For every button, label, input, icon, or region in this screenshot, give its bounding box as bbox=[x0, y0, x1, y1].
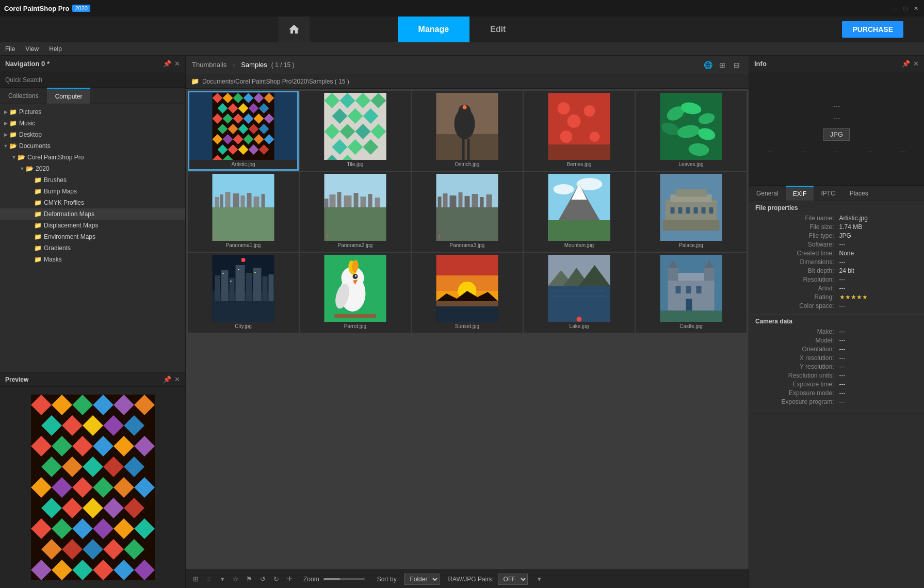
quick-search-bar[interactable]: Quick Search bbox=[0, 72, 185, 88]
thumbnail-item-panorama2[interactable]: 📍 Panorama2.jpg bbox=[300, 172, 411, 252]
navigation-panel-header: Navigation 0 * 📌 ✕ bbox=[0, 56, 185, 72]
info-row-model: Model: --- bbox=[755, 337, 918, 344]
svg-rect-137 bbox=[220, 194, 223, 207]
info-tab-iptc[interactable]: IPTC bbox=[814, 186, 842, 201]
close-button[interactable]: ✕ bbox=[912, 4, 920, 12]
tree-item-brushes[interactable]: ▶ 📁 Brushes bbox=[0, 174, 185, 186]
info-close-button[interactable]: ✕ bbox=[913, 60, 919, 68]
thumb-img-sunset bbox=[412, 255, 523, 322]
tree-item-cmyk[interactable]: ▶ 📁 CMYK Profiles bbox=[0, 197, 185, 208]
thumbnail-item-panorama1[interactable]: 📍 Panorama1.jpg bbox=[188, 172, 299, 252]
status-icon-move[interactable]: ✛ bbox=[284, 574, 295, 585]
status-icon-list[interactable]: ≡ bbox=[203, 574, 215, 585]
svg-point-120 bbox=[582, 119, 592, 129]
preview-panel-header: Preview 📌 ✕ bbox=[0, 372, 185, 387]
tree-item-corel[interactable]: ▼ 📂 Corel PaintShop Pro bbox=[0, 152, 185, 163]
preview-panel-title: Preview bbox=[5, 376, 28, 383]
folder-icon-displacementmaps: 📁 bbox=[34, 222, 42, 229]
thumb-img-mountain bbox=[524, 174, 635, 241]
zoom-slider[interactable] bbox=[323, 578, 365, 580]
info-row-dimensions: Dimensions: --- bbox=[755, 258, 918, 266]
tree-label-environmentmaps: Environment Maps bbox=[44, 233, 95, 240]
info-label-exposureprogram: Exposure program: bbox=[755, 398, 839, 405]
tree-item-music[interactable]: ▶ 📁 Music bbox=[0, 118, 185, 129]
thumbnail-item-lake[interactable]: Lake.jpg bbox=[524, 253, 635, 333]
tree-item-pictures[interactable]: ▶ 📁 Pictures bbox=[0, 106, 185, 118]
preview-close-button[interactable]: ✕ bbox=[174, 375, 180, 383]
thumbnail-item-ostrich[interactable]: Ostrich.jpg bbox=[412, 91, 523, 171]
tree-item-environmentmaps[interactable]: ▶ 📁 Environment Maps bbox=[0, 231, 185, 242]
tree-label-displacementmaps: Displacement Maps bbox=[44, 222, 98, 229]
preview-image bbox=[31, 395, 155, 580]
tree-item-gradients[interactable]: ▶ 📁 Gradients bbox=[0, 242, 185, 254]
sort-dropdown[interactable]: Folder bbox=[404, 574, 440, 585]
svg-rect-229 bbox=[673, 273, 709, 281]
window-controls[interactable]: — □ ✕ bbox=[891, 4, 920, 12]
thumb-label-mountain: Mountain.jpg bbox=[524, 241, 635, 250]
minimize-button[interactable]: — bbox=[891, 4, 899, 12]
thumbnail-item-panorama3[interactable]: 📍 Panorama3.jpg bbox=[412, 172, 523, 252]
status-end-icon[interactable]: ▾ bbox=[534, 574, 545, 585]
menu-file[interactable]: File bbox=[5, 45, 15, 53]
thumbnail-item-mountain[interactable]: Mountain.jpg bbox=[524, 172, 635, 252]
thumbnail-item-parrot[interactable]: Parrot.jpg bbox=[300, 253, 411, 333]
info-label-filesize: File size: bbox=[755, 223, 839, 231]
status-icon-rotate-right[interactable]: ↻ bbox=[270, 574, 282, 585]
svg-point-118 bbox=[556, 118, 567, 129]
thumbnail-item-city[interactable]: City.jpg bbox=[188, 253, 299, 333]
maximize-button[interactable]: □ bbox=[901, 4, 910, 12]
thumbnail-item-sunset[interactable]: Sunset.jpg bbox=[412, 253, 523, 333]
svg-rect-193 bbox=[269, 274, 274, 301]
thumbnail-item-leaves[interactable]: Leaves.jpg bbox=[636, 91, 747, 171]
purchase-button[interactable]: PURCHASE bbox=[842, 21, 903, 38]
info-label-resolution: Resolution: bbox=[755, 276, 839, 283]
navigation-pin-button[interactable]: 📌 bbox=[163, 60, 171, 68]
tree-item-deformationmaps[interactable]: ▶ 📁 Deformation Maps bbox=[0, 208, 185, 220]
tab-edit[interactable]: Edit bbox=[469, 17, 526, 42]
info-label-created: Created time: bbox=[755, 250, 839, 257]
info-meta-1: --- bbox=[768, 148, 773, 154]
status-icon-flag[interactable]: ⚑ bbox=[244, 574, 255, 585]
rawjpg-dropdown[interactable]: OFF bbox=[498, 574, 528, 585]
home-button[interactable] bbox=[279, 17, 310, 42]
thumb-img-palace bbox=[636, 174, 747, 241]
preview-pin-button[interactable]: 📌 bbox=[163, 375, 171, 383]
svg-rect-152 bbox=[361, 197, 366, 207]
tree-item-2020[interactable]: ▼ 📂 2020 bbox=[0, 163, 185, 174]
grid-icon[interactable]: ⊞ bbox=[717, 59, 728, 71]
status-icon-star[interactable]: ☆ bbox=[230, 574, 241, 585]
tab-computer[interactable]: Computer bbox=[47, 88, 91, 104]
thumbnail-item-palace[interactable]: Palace.jpg bbox=[636, 172, 747, 252]
thumbnail-item-tile[interactable]: Tile.jpg bbox=[300, 91, 411, 171]
info-tab-places[interactable]: Places bbox=[842, 186, 876, 201]
tree-label-2020: 2020 bbox=[36, 165, 50, 172]
svg-rect-183 bbox=[709, 207, 714, 214]
info-pin-button[interactable]: 📌 bbox=[902, 60, 910, 68]
svg-rect-143 bbox=[262, 194, 265, 207]
tree-arrow-documents: ▼ bbox=[2, 142, 9, 150]
tree-item-displacementmaps[interactable]: ▶ 📁 Displacement Maps bbox=[0, 220, 185, 231]
tab-manage[interactable]: Manage bbox=[398, 17, 470, 42]
status-icon-rotate-left[interactable]: ↺ bbox=[257, 574, 268, 585]
tree-item-documents[interactable]: ▼ 📂 Documents bbox=[0, 140, 185, 152]
thumbnail-item-castle[interactable]: Castle.jpg bbox=[636, 253, 747, 333]
info-tab-general[interactable]: General bbox=[749, 186, 786, 201]
thumbnail-item-artistic[interactable]: Artistic.jpg bbox=[188, 91, 299, 171]
svg-rect-111 bbox=[462, 139, 465, 160]
tree-label-documents: Documents bbox=[19, 142, 51, 150]
navigation-close-button[interactable]: ✕ bbox=[174, 60, 180, 68]
info-tab-exif[interactable]: EXIF bbox=[786, 186, 814, 201]
globe-icon[interactable]: 🌐 bbox=[702, 59, 714, 71]
view-toggle-icon[interactable]: ⊟ bbox=[731, 59, 742, 71]
status-icon-grid[interactable]: ⊞ bbox=[190, 574, 201, 585]
tree-item-masks[interactable]: ▶ 📁 Masks bbox=[0, 254, 185, 265]
tab-collections[interactable]: Collections bbox=[0, 88, 47, 104]
thumbnail-item-berries[interactable]: Berries.jpg bbox=[524, 91, 635, 171]
menu-help[interactable]: Help bbox=[49, 45, 62, 53]
app-name: Corel PaintShop Pro bbox=[4, 5, 69, 12]
menu-view[interactable]: View bbox=[25, 45, 39, 53]
tree-item-bumpmaps[interactable]: ▶ 📁 Bump Maps bbox=[0, 186, 185, 197]
tree-item-desktop[interactable]: ▶ 📁 Desktop bbox=[0, 129, 185, 140]
status-icon-dropdown[interactable]: ▾ bbox=[217, 574, 228, 585]
info-meta-3: --- bbox=[834, 148, 839, 154]
